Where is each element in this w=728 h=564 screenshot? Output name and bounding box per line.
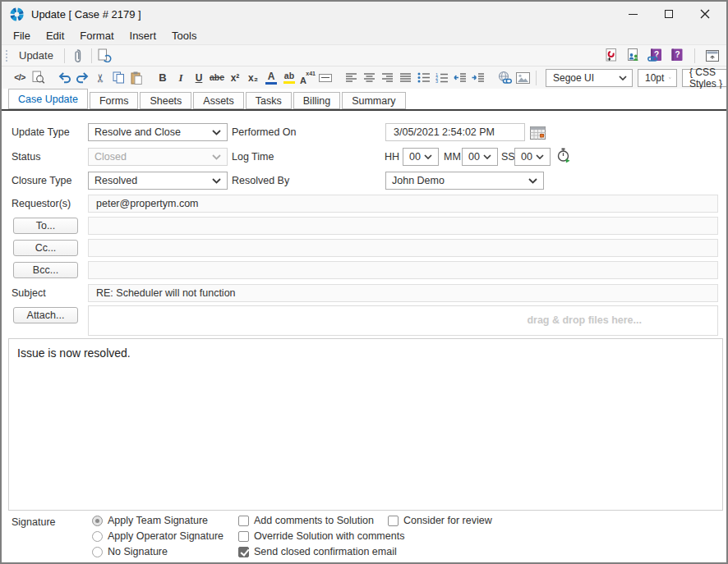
align-justify-button[interactable] bbox=[397, 69, 415, 87]
chevron-down-icon bbox=[619, 76, 627, 80]
tab-tasks[interactable]: Tasks bbox=[246, 92, 292, 109]
radio-no-signature[interactable]: No Signature bbox=[92, 546, 168, 557]
attach-button[interactable]: Attach... bbox=[13, 307, 78, 323]
update-button[interactable]: Update bbox=[14, 49, 60, 62]
menu-format[interactable]: Format bbox=[80, 30, 113, 42]
css-styles-select[interactable]: { CSS Styles } bbox=[682, 69, 728, 87]
checkbox-consider-review[interactable]: Consider for review bbox=[388, 515, 492, 526]
subscript-button[interactable]: x₂ bbox=[244, 69, 262, 87]
font-name-select[interactable]: Segoe UI bbox=[546, 69, 633, 87]
insert-link-button[interactable] bbox=[495, 69, 514, 87]
radio-team-signature[interactable]: Apply Team Signature bbox=[92, 515, 208, 526]
font-size-select[interactable]: 10pt bbox=[638, 69, 677, 87]
checkbox-override-solution[interactable]: Override Solution with comments bbox=[238, 530, 404, 542]
start-timer-button[interactable] bbox=[554, 147, 572, 163]
closure-type-select[interactable]: Resolved bbox=[88, 172, 228, 190]
tab-sheets[interactable]: Sheets bbox=[140, 92, 191, 109]
underline-button[interactable]: U bbox=[190, 69, 208, 87]
tab-forms[interactable]: Forms bbox=[90, 92, 138, 109]
cc-button[interactable]: Cc... bbox=[13, 240, 78, 256]
superscript-button[interactable]: x² bbox=[226, 69, 244, 87]
contacts-button[interactable] bbox=[624, 47, 642, 65]
align-left-button[interactable] bbox=[343, 69, 361, 87]
bullet-list-button[interactable] bbox=[415, 69, 433, 87]
copy-button[interactable] bbox=[109, 69, 127, 87]
print-preview-button[interactable] bbox=[29, 69, 47, 87]
html-source-button[interactable]: </> bbox=[11, 69, 29, 87]
align-left-icon bbox=[346, 73, 357, 83]
redo-icon bbox=[76, 72, 90, 84]
radio-label: No Signature bbox=[108, 546, 168, 557]
kb-link-button[interactable]: ? bbox=[646, 47, 664, 65]
hours-select[interactable]: 00 bbox=[403, 148, 439, 166]
align-right-button[interactable] bbox=[379, 69, 397, 87]
redo-button[interactable] bbox=[73, 69, 91, 87]
highlight-button[interactable]: ab bbox=[280, 69, 298, 87]
cut-button[interactable]: ✂ bbox=[91, 69, 109, 87]
align-center-button[interactable] bbox=[361, 69, 379, 87]
tab-billing[interactable]: Billing bbox=[293, 92, 340, 109]
italic-button[interactable]: I bbox=[172, 69, 190, 87]
kb-button[interactable]: ? bbox=[668, 47, 686, 65]
maximize-button[interactable] bbox=[651, 2, 687, 26]
calendar-picker-button[interactable] bbox=[528, 124, 546, 140]
insert-image-button[interactable] bbox=[514, 69, 532, 87]
app-logo-icon bbox=[10, 7, 24, 21]
tab-summary[interactable]: Summary bbox=[342, 92, 405, 109]
checkbox-send-confirmation[interactable]: Send closed confirmation email bbox=[238, 546, 397, 557]
tab-assets[interactable]: Assets bbox=[193, 92, 244, 109]
attachment-dropzone[interactable]: drag & drop files here... bbox=[88, 305, 718, 336]
seconds-select[interactable]: 00 bbox=[514, 148, 551, 166]
menu-edit[interactable]: Edit bbox=[46, 30, 64, 42]
subject-value: RE: Scheduler will not function bbox=[96, 287, 236, 299]
performed-on-label: Performed On bbox=[232, 126, 297, 138]
subject-field[interactable]: RE: Scheduler will not function bbox=[88, 284, 718, 302]
char-count-button[interactable]: x41A bbox=[298, 69, 316, 87]
performed-on-input[interactable]: 3/05/2021 2:54:02 PM bbox=[385, 123, 525, 141]
reload-document-button[interactable] bbox=[96, 47, 114, 65]
update-type-value: Resolve and Close bbox=[94, 126, 181, 138]
outdent-button[interactable] bbox=[451, 69, 469, 87]
to-button[interactable]: To... bbox=[13, 218, 78, 234]
to-field[interactable] bbox=[88, 217, 718, 235]
attach-file-button[interactable] bbox=[69, 47, 87, 65]
cc-field[interactable] bbox=[88, 239, 718, 257]
bold-button[interactable]: B bbox=[154, 69, 172, 87]
close-button[interactable] bbox=[687, 2, 723, 26]
indent-button[interactable] bbox=[469, 69, 487, 87]
radio-operator-signature[interactable]: Apply Operator Signature bbox=[92, 530, 223, 542]
checkbox-icon bbox=[238, 547, 249, 557]
numbered-list-button[interactable]: 1 2 3 bbox=[433, 69, 451, 87]
bcc-button[interactable]: Bcc... bbox=[13, 262, 78, 278]
export-pdf-button[interactable] bbox=[601, 47, 620, 65]
checkbox-add-comments[interactable]: Add comments to Solution bbox=[238, 515, 374, 526]
update-type-select[interactable]: Resolve and Close bbox=[88, 123, 228, 141]
menu-insert[interactable]: Insert bbox=[130, 30, 157, 42]
horizontal-rule-button[interactable] bbox=[316, 69, 334, 87]
menu-tools[interactable]: Tools bbox=[172, 30, 196, 42]
tab-case-update[interactable]: Case Update bbox=[8, 89, 88, 109]
minutes-select[interactable]: 00 bbox=[462, 148, 498, 166]
minimize-button[interactable] bbox=[615, 2, 651, 26]
requestors-label: Requestor(s) bbox=[12, 198, 71, 209]
undo-button[interactable] bbox=[55, 69, 73, 87]
bcc-field[interactable] bbox=[88, 261, 718, 279]
menu-file[interactable]: File bbox=[13, 30, 30, 42]
radio-icon bbox=[92, 547, 103, 557]
cut-icon: ✂ bbox=[94, 73, 107, 83]
strikethrough-button[interactable]: abe bbox=[208, 69, 226, 87]
message-body-editor[interactable]: Issue is now resolved. bbox=[8, 338, 723, 511]
update-case-window: Update [ Case # 2179 ] File Edit Format … bbox=[0, 0, 728, 564]
toolbar-separator bbox=[91, 48, 92, 63]
requestors-field[interactable]: peter@propertym.com bbox=[88, 195, 718, 213]
checkbox-icon bbox=[238, 531, 249, 542]
resolved-by-select[interactable]: John Demo bbox=[385, 172, 544, 190]
collapse-panel-button[interactable] bbox=[703, 47, 721, 65]
chevron-down-icon bbox=[536, 154, 544, 159]
font-color-button[interactable]: A bbox=[262, 69, 280, 87]
toolbar-drag-handle[interactable] bbox=[5, 49, 8, 62]
svg-text:3: 3 bbox=[435, 79, 438, 83]
paste-button[interactable] bbox=[127, 69, 145, 87]
chevron-down-icon bbox=[669, 76, 671, 80]
chevron-down-icon bbox=[483, 154, 491, 159]
